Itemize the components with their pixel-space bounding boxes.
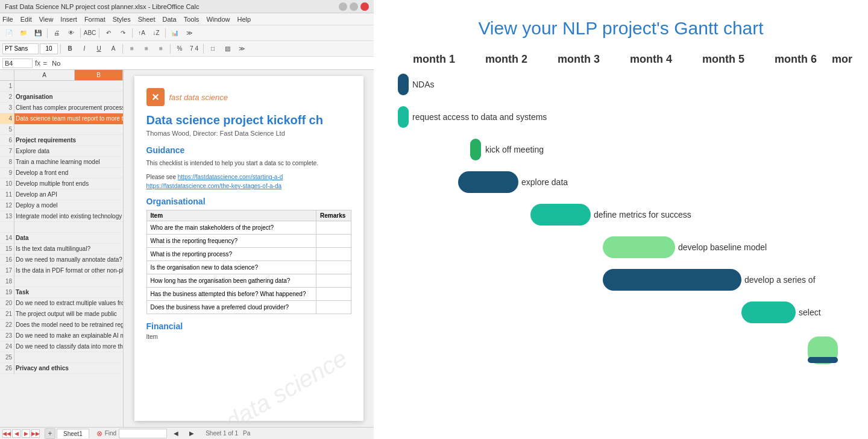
align-left-btn[interactable]: ≡ xyxy=(125,43,139,55)
menu-file[interactable]: File xyxy=(2,16,13,23)
table-row[interactable]: 11Develop an API xyxy=(0,189,123,200)
doc-preview-panel: ✕ fast data science Data science project… xyxy=(124,70,374,427)
find-next-btn[interactable]: ▶ xyxy=(185,428,198,440)
table-row[interactable] xyxy=(0,222,123,233)
italic-btn[interactable]: I xyxy=(78,43,91,55)
table-row[interactable]: 3Client has complex procurement process … xyxy=(0,103,123,113)
table-row: What is the reporting frequency? xyxy=(146,235,351,248)
table-row[interactable]: 20Do we need to extract multiple values … xyxy=(0,298,123,309)
more2-btn[interactable]: ≫ xyxy=(235,43,248,55)
table-row[interactable]: 17Is the data in PDF format or other non… xyxy=(0,265,123,276)
minimize-btn[interactable] xyxy=(339,2,347,11)
menu-data[interactable]: Data xyxy=(162,16,176,23)
table-cell xyxy=(316,248,351,261)
underline-btn[interactable]: U xyxy=(92,43,105,55)
menu-sheet[interactable]: Sheet xyxy=(138,16,156,23)
nav-next[interactable]: ▶ xyxy=(22,429,30,438)
table-row[interactable]: 12Deploy a model xyxy=(0,200,123,211)
table-row[interactable]: 8Train a machine learning model xyxy=(0,157,123,168)
table-row[interactable]: 18 xyxy=(0,276,123,287)
menu-tools[interactable]: Tools xyxy=(184,16,200,23)
menu-view[interactable]: View xyxy=(39,16,54,23)
close-btn[interactable] xyxy=(360,2,369,11)
open-btn[interactable]: 📁 xyxy=(17,27,30,39)
redo-btn[interactable]: ↷ xyxy=(116,27,130,39)
table-row: Does the business have a preferred cloud… xyxy=(146,301,351,314)
new-btn[interactable]: 📄 xyxy=(2,27,16,39)
number-btn[interactable]: 7 4 xyxy=(187,43,201,55)
gantt-bar-ndas xyxy=(398,74,409,95)
formula-content[interactable]: No xyxy=(49,60,371,67)
menu-window[interactable]: Window xyxy=(206,16,230,23)
table-row[interactable]: 5 xyxy=(0,124,123,135)
sort-asc-btn[interactable]: ↑A xyxy=(135,27,148,39)
align-right-btn[interactable]: ≡ xyxy=(154,43,168,55)
preview-btn[interactable]: 👁 xyxy=(64,27,78,39)
more-btn[interactable]: ≫ xyxy=(183,27,196,39)
nav-last[interactable]: ▶▶ xyxy=(31,429,40,438)
menu-format[interactable]: Format xyxy=(84,16,105,23)
cell-reference-box[interactable]: B4 xyxy=(2,58,33,68)
gantt-timeline-explore: explore data xyxy=(398,168,844,196)
table-row[interactable]: 26Privacy and ethics xyxy=(0,363,123,374)
font-color-btn[interactable]: A xyxy=(107,43,120,55)
table-row[interactable]: 1 xyxy=(0,81,123,92)
bg-color-btn[interactable]: ▨ xyxy=(221,43,234,55)
sheet-tab-1[interactable]: Sheet1 xyxy=(57,429,89,438)
financial-subtitle: Item xyxy=(146,333,351,340)
find-prev-btn[interactable]: ◀ xyxy=(169,428,183,440)
link-2[interactable]: https://fastdatascience.com/the-key-stag… xyxy=(146,183,282,189)
doc-title: Data science project kickoff ch xyxy=(146,113,351,127)
row-num-header xyxy=(0,70,14,80)
add-sheet-btn[interactable]: + xyxy=(45,428,55,439)
table-row[interactable]: 13Integrate model into existing technolo… xyxy=(0,211,123,222)
find-input[interactable] xyxy=(119,429,167,438)
table-row[interactable]: 6Project requirements xyxy=(0,135,123,146)
nav-first[interactable]: ◀◀ xyxy=(2,429,11,438)
table-row[interactable]: 10Develop multiple front ends xyxy=(0,178,123,189)
gantt-timeline-partial xyxy=(398,334,844,362)
table-row[interactable]: 25 xyxy=(0,352,123,363)
table-row[interactable]: 9Develop a front end xyxy=(0,168,123,178)
gantt-bar-series xyxy=(603,269,741,291)
align-center-btn[interactable]: ≡ xyxy=(140,43,153,55)
percent-btn[interactable]: % xyxy=(173,43,186,55)
print-btn[interactable]: 🖨 xyxy=(50,27,63,39)
gantt-row-explore: explore data xyxy=(398,168,844,196)
bold-btn[interactable]: B xyxy=(63,43,77,55)
table-cell xyxy=(316,221,351,235)
gantt-month-headers: month 1 month 2 month 3 month 4 month 5 … xyxy=(398,53,844,66)
menu-styles[interactable]: Styles xyxy=(113,16,131,23)
spell-btn[interactable]: ABC xyxy=(83,27,96,39)
sort-desc-btn[interactable]: ↓Z xyxy=(149,27,163,39)
column-headers: A B xyxy=(0,70,123,81)
gantt-timeline-series: develop a series of xyxy=(398,266,844,294)
font-name-box[interactable]: PT Sans xyxy=(2,43,39,54)
undo-btn[interactable]: ↶ xyxy=(102,27,115,39)
nav-prev[interactable]: ◀ xyxy=(12,429,20,438)
menu-edit[interactable]: Edit xyxy=(20,16,32,23)
save-btn[interactable]: 💾 xyxy=(31,27,45,39)
table-row-selected[interactable]: 4Data science team must report to more t… xyxy=(0,113,123,124)
chart-btn[interactable]: 📊 xyxy=(168,27,181,39)
table-cell xyxy=(316,288,351,301)
table-row[interactable]: 15Is the text data multilingual? xyxy=(0,244,123,254)
table-row[interactable]: 14Data xyxy=(0,233,123,244)
table-row[interactable]: 21The project output will be made public xyxy=(0,309,123,320)
table-row[interactable]: 2Organisation xyxy=(0,92,123,103)
menu-help[interactable]: Help xyxy=(237,16,251,23)
watermark: fast data science xyxy=(181,344,351,421)
table-row[interactable]: 22Does the model need to be retrained re… xyxy=(0,320,123,330)
border-btn[interactable]: □ xyxy=(206,43,219,55)
month-header-4: month 4 xyxy=(615,53,687,66)
font-size-box[interactable]: 10 xyxy=(40,43,58,54)
table-row[interactable]: 24Do we need to classify data into more … xyxy=(0,341,123,352)
maximize-btn[interactable] xyxy=(350,2,358,11)
table-row[interactable]: 23Do we need to make an explainable AI m… xyxy=(0,330,123,341)
table-row[interactable]: 7Explore data xyxy=(0,146,123,157)
link-1[interactable]: https://fastdatascience.com/starting-a-d xyxy=(178,174,283,180)
table-row[interactable]: 19Task xyxy=(0,287,123,298)
gantt-bar-partial2 xyxy=(808,357,838,363)
table-row[interactable]: 16Do we need to manually annotate data? xyxy=(0,254,123,265)
menu-insert[interactable]: Insert xyxy=(60,16,77,23)
